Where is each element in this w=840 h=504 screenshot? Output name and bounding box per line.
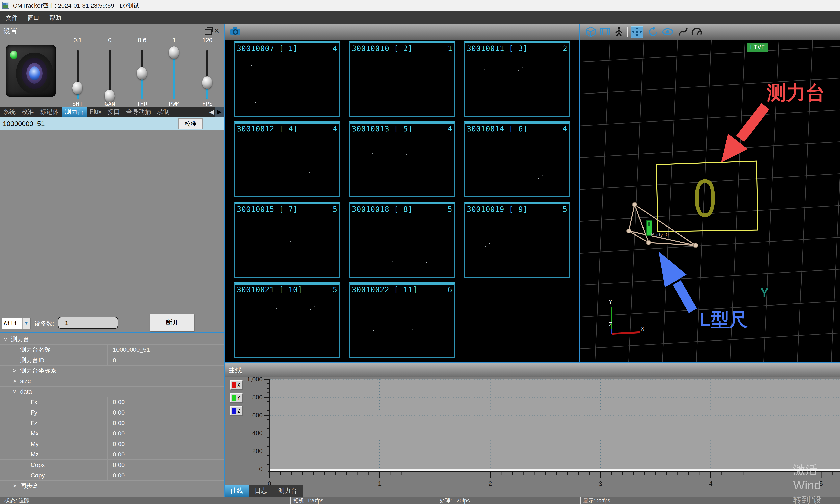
device-count-input[interactable]: 1 (58, 317, 118, 329)
camera-cell-header: 30010021 [ 10]5 (235, 285, 339, 294)
caret-closed-icon[interactable]: > (13, 365, 16, 376)
caret-open-icon[interactable]: > (10, 390, 20, 393)
property-row-My[interactable]: My0.00 (0, 439, 224, 449)
menu-item-帮助[interactable]: 帮助 (44, 11, 66, 24)
chevron-down-icon[interactable]: ▼ (22, 318, 30, 329)
y-tick-label: 200 (252, 448, 263, 455)
camera-view-icon[interactable] (230, 26, 241, 37)
camera-cell[interactable]: 30010021 [ 10]5 (234, 282, 340, 358)
tab-校准[interactable]: 校准 (19, 107, 37, 117)
slider-handle[interactable] (137, 67, 147, 79)
bottom-tab-测力台[interactable]: 测力台 (273, 485, 303, 497)
menu-item-窗口[interactable]: 窗口 (22, 11, 44, 24)
camera-cell-header: 30010011 [ 3]2 (465, 43, 569, 53)
caret-closed-icon[interactable]: > (13, 481, 16, 491)
camera-cell[interactable]: 30010007 [ 1]4 (234, 41, 340, 117)
camera-cell-header: 30010018 [ 8]5 (350, 204, 454, 214)
calibrate-button[interactable]: 校准 (178, 119, 203, 129)
property-label: Fz (0, 418, 107, 428)
view-toolbar (225, 24, 840, 40)
tab-接口[interactable]: 接口 (105, 107, 123, 117)
curve-tool-icon[interactable] (677, 26, 689, 38)
float-panel-icon[interactable] (205, 30, 212, 35)
property-row-data[interactable]: >data (0, 386, 224, 397)
live-badge: LIVE (747, 42, 768, 52)
property-row-Copy[interactable]: Copy0.00 (0, 470, 224, 481)
marker-dot (523, 245, 524, 246)
property-row-Fx[interactable]: Fx0.00 (0, 397, 224, 408)
marker-dot (489, 243, 490, 244)
tab-系统[interactable]: 系统 (0, 107, 19, 117)
marker-dot (294, 238, 296, 239)
film-icon[interactable] (600, 26, 611, 38)
tab-录制[interactable]: 录制 (154, 107, 173, 117)
property-value: 0.00 (107, 439, 224, 449)
skeleton-icon[interactable] (613, 26, 625, 38)
tab-测力台[interactable]: 测力台 (62, 107, 87, 117)
pan-tool-icon[interactable] (631, 26, 643, 38)
cube-view-icon[interactable] (585, 26, 596, 38)
x-tick-label: 4 (709, 480, 712, 487)
property-row-测力台[interactable]: >测力台 (0, 334, 224, 345)
caret-open-icon[interactable]: > (1, 338, 11, 341)
marker-dot (542, 175, 543, 176)
camera-cell[interactable]: 30010013 [ 5]4 (349, 121, 455, 197)
menu-item-文件[interactable]: 文件 (1, 11, 22, 24)
slider-label: SHT (64, 100, 92, 107)
force-plate-list-item[interactable]: 10000000_51 校准 (0, 117, 224, 130)
property-row-测力台坐标系[interactable]: >测力台坐标系 (0, 365, 224, 376)
camera-cell[interactable]: 30010018 [ 8]5 (349, 201, 455, 278)
tab-scroll-right-icon[interactable]: ▶ (215, 107, 224, 117)
camera-marker-count: 5 (448, 205, 452, 214)
bottom-tab-日志[interactable]: 日志 (249, 485, 273, 497)
property-label: 测力台ID (0, 355, 107, 365)
camera-cell[interactable]: 30010011 [ 3]2 (464, 41, 570, 117)
disconnect-button[interactable]: 断开 (150, 314, 195, 331)
marker-dot (372, 153, 373, 154)
tab-标记体[interactable]: 标记体 (37, 107, 62, 117)
camera-cell-header: 30010010 [ 2]1 (350, 43, 454, 53)
camera-cell[interactable]: 30010014 [ 6]4 (464, 121, 570, 197)
camera-id: 30010014 [ 6] (467, 125, 528, 133)
property-row-同步盒[interactable]: >同步盒 (0, 481, 224, 491)
property-row-测力台ID[interactable]: 测力台ID0 (0, 355, 224, 365)
slider-value: 0 (96, 37, 124, 43)
camera-id: 30010019 [ 9] (467, 205, 528, 214)
bottom-tab-bar: 曲线日志测力台 (225, 485, 303, 497)
marker-dot (251, 65, 252, 66)
slider-handle[interactable] (202, 76, 212, 89)
chart-plot: 02004006008001,000012345 (225, 363, 840, 497)
gauge-icon[interactable] (691, 26, 702, 38)
camera-cell[interactable]: 30010010 [ 2]1 (349, 41, 455, 117)
close-panel-icon[interactable]: × (214, 24, 219, 37)
property-row-Copx[interactable]: Copx0.00 (0, 460, 224, 470)
property-row-size[interactable]: >size (0, 376, 224, 386)
camera-cell[interactable]: 30010019 [ 9]5 (464, 201, 570, 278)
camera-marker-count: 4 (333, 125, 337, 133)
tab-Flux[interactable]: Flux (87, 107, 105, 117)
camera-cell[interactable]: 30010022 [ 11]6 (349, 282, 455, 358)
rotate-tool-icon[interactable] (647, 26, 659, 38)
property-label: Fx (0, 397, 107, 407)
property-row-Fz[interactable]: Fz0.00 (0, 418, 224, 428)
tab-scroll-left-icon[interactable]: ◀ (208, 108, 215, 115)
property-row-Mx[interactable]: Mx0.00 (0, 428, 224, 439)
3d-viewport[interactable]: LIVE 0 测力台 L型尺 Y Body_0 Y Z X (580, 40, 840, 362)
property-row-Mz[interactable]: Mz0.00 (0, 449, 224, 460)
property-row-测力台名称[interactable]: 测力台名称10000000_51 (0, 345, 224, 355)
slider-handle[interactable] (169, 46, 179, 59)
eye-icon[interactable] (662, 26, 673, 38)
property-value: 0.00 (107, 408, 224, 417)
slider-handle[interactable] (72, 82, 83, 94)
caret-closed-icon[interactable]: > (13, 376, 16, 386)
camera-preview-image (6, 45, 56, 97)
camera-cell[interactable]: 30010015 [ 7]5 (234, 201, 340, 278)
camera-cell[interactable]: 30010012 [ 4]4 (234, 121, 340, 197)
gizmo-y-label: Y (609, 299, 612, 305)
property-value: 0.00 (107, 418, 224, 428)
camera-id: 30010013 [ 5] (352, 125, 413, 133)
property-row-Fy[interactable]: Fy0.00 (0, 408, 224, 418)
tab-全身动捕[interactable]: 全身动捕 (123, 107, 154, 117)
vendor-dropdown[interactable]: Aili ▼ (2, 318, 31, 329)
bottom-tab-曲线[interactable]: 曲线 (225, 485, 249, 497)
